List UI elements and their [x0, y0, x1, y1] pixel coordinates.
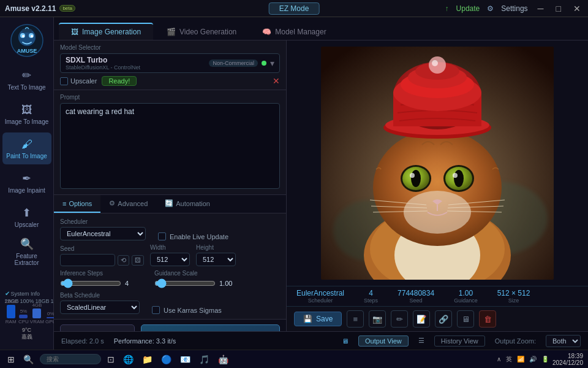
tab-model-manager[interactable]: 🧠 Model Manager	[250, 24, 338, 40]
ez-mode-label[interactable]: EZ Mode	[269, 2, 320, 15]
height-select[interactable]: 512	[196, 253, 236, 266]
height-group: Height 512	[196, 244, 236, 266]
taskview-icon[interactable]: ⊡	[105, 353, 117, 366]
sidebar-item-upscaler[interactable]: ⬆ Upscaler	[2, 201, 51, 233]
tab-video-generation[interactable]: 🎬 Video Generation	[154, 24, 249, 40]
nav-tabs: 🖼 Image Generation 🎬 Video Generation 🧠 …	[54, 17, 588, 40]
automation-label: Automation	[176, 200, 210, 207]
taskbar-app-2[interactable]: 📁	[140, 353, 155, 366]
seed-label: Seed	[60, 245, 144, 252]
karras-text: Use Karras Sigmas	[164, 307, 222, 314]
scheduler-select[interactable]: EulerAncestral	[60, 227, 146, 240]
taskbar-clock[interactable]: 18:39 2024/12/20	[552, 353, 583, 366]
close-button[interactable]: ✕	[571, 4, 583, 13]
sub-tab-advanced[interactable]: ⚙ Advanced	[100, 195, 156, 213]
lang-icon: 英	[506, 355, 512, 364]
svg-point-24	[432, 60, 438, 66]
sidebar-label-image-inpaint: Image Inpaint	[8, 187, 45, 194]
guidance-value: 1.00	[219, 280, 236, 287]
karras-label[interactable]: Use Karras Sigmas	[152, 306, 222, 314]
upscaler-checkbox[interactable]	[60, 77, 68, 85]
paint-to-image-icon: 🖌	[21, 138, 32, 151]
svg-point-4	[22, 35, 24, 37]
model-name: SDXL Turbo	[66, 56, 140, 64]
sidebar-item-text-to-image[interactable]: ✏ Text To Image	[2, 64, 51, 96]
update-button[interactable]: Update	[456, 4, 480, 13]
steps-slider[interactable]	[60, 278, 121, 288]
live-update-label[interactable]: Enable Live Update	[158, 232, 228, 240]
edit-button[interactable]: ✏	[391, 310, 408, 328]
menu-button[interactable]: ≡	[347, 310, 364, 328]
svg-point-31	[454, 170, 464, 187]
generate-button[interactable]: Generate	[141, 324, 280, 331]
maximize-button[interactable]: □	[554, 4, 564, 13]
start-menu-icon[interactable]: ⊞	[5, 353, 17, 366]
svg-rect-6	[22, 29, 32, 33]
karras-checkbox[interactable]	[152, 306, 160, 314]
history-view-btn[interactable]: History View	[434, 335, 485, 347]
sub-tabs: ≡ Options ⚙ Advanced 🔄 Automation	[54, 194, 286, 213]
output-view-btn[interactable]: Output View	[358, 335, 409, 347]
live-update-checkbox[interactable]	[158, 232, 166, 240]
display-button[interactable]: 🖥	[457, 310, 474, 328]
cancel-button[interactable]: Cancel	[60, 324, 135, 331]
info-scheduler-val: EulerAncestral	[296, 289, 344, 297]
model-row[interactable]: SDXL Turbo StableDiffusionXL - ControlNe…	[60, 53, 280, 73]
model-dropdown-icon[interactable]: ▾	[270, 58, 274, 68]
taskbar-app-5[interactable]: 🎵	[197, 353, 212, 366]
taskbar-app-3[interactable]: 🔵	[159, 353, 174, 366]
zoom-select[interactable]: Both	[546, 335, 581, 347]
prompt-input[interactable]: cat wearing a red hat	[60, 103, 280, 189]
info-scheduler: EulerAncestral Scheduler	[296, 289, 344, 304]
taskbar-search[interactable]	[40, 354, 101, 364]
note-button[interactable]: 📝	[413, 310, 430, 328]
guidance-label: Guidance Scale	[154, 270, 236, 277]
scheduler-label: Scheduler	[60, 218, 146, 225]
guidance-group: Guidance Scale 1.00	[154, 270, 236, 288]
bottom-buttons: Cancel Generate	[54, 319, 286, 331]
svg-point-27	[411, 170, 421, 187]
guidance-slider[interactable]	[154, 278, 216, 288]
output-view-icon: 🖥	[342, 337, 349, 345]
info-guidance-label: Guidance	[454, 297, 478, 304]
width-group: Width 512	[150, 244, 190, 266]
upscaler-icon: ⬆	[22, 206, 31, 220]
taskbar-app-6[interactable]: 🤖	[216, 353, 231, 366]
svg-point-5	[31, 35, 33, 37]
tab-image-generation[interactable]: 🖼 Image Generation	[59, 23, 153, 40]
save-icon: 💾	[303, 315, 312, 323]
delete-button[interactable]: 🗑	[479, 310, 496, 328]
info-seed: 774480834 Seed	[398, 289, 434, 304]
image-inpaint-icon: ✒	[22, 172, 31, 185]
width-select[interactable]: 512	[150, 253, 190, 266]
titlebar-left: Amuse v2.2.11 beta	[5, 4, 75, 13]
sub-tab-options[interactable]: ≡ Options	[54, 195, 100, 213]
settings-button[interactable]: Settings	[501, 4, 527, 13]
sub-tab-automation[interactable]: 🔄 Automation	[156, 195, 219, 213]
save-button[interactable]: 💾 Save	[294, 312, 342, 326]
upscaler-close-btn[interactable]: ✕	[273, 76, 280, 86]
image-area	[287, 40, 588, 286]
sidebar-item-feature-extractor[interactable]: 🔍 Feature Extractor	[2, 236, 51, 267]
taskbar-app-1[interactable]: 🌐	[121, 353, 136, 366]
taskbar-app-4[interactable]: 📧	[178, 353, 193, 366]
sidebar-item-paint-to-image[interactable]: 🖌 Paint To Image	[2, 132, 51, 164]
height-label: Height	[196, 244, 236, 251]
seed-reset-btn[interactable]: ⟲	[118, 255, 129, 266]
link-button[interactable]: 🔗	[435, 310, 452, 328]
beta-schedule-select[interactable]: ScaledLinear	[60, 301, 140, 314]
steps-value: 4	[125, 280, 142, 287]
info-steps-label: Steps	[364, 297, 378, 304]
minimize-button[interactable]: ─	[535, 4, 546, 13]
search-icon[interactable]: 🔍	[21, 353, 36, 366]
camera-button[interactable]: 📷	[369, 310, 386, 328]
info-steps: 4 Steps	[364, 289, 378, 304]
upscaler-checkbox-label[interactable]: Upscaler	[60, 77, 97, 85]
seed-random-btn[interactable]: ⚄	[132, 255, 144, 266]
sidebar-item-image-to-image[interactable]: 🖼 Image To Image	[2, 98, 51, 130]
upscaler-label: Upscaler	[70, 77, 97, 85]
sys-temperature: 9°C 嘉義	[5, 327, 49, 341]
sidebar-item-image-inpaint[interactable]: ✒ Image Inpaint	[2, 167, 51, 199]
seed-size-row: Seed 774480834 ⟲ ⚄ Width 512	[60, 244, 280, 266]
seed-input[interactable]: 774480834	[60, 254, 115, 266]
